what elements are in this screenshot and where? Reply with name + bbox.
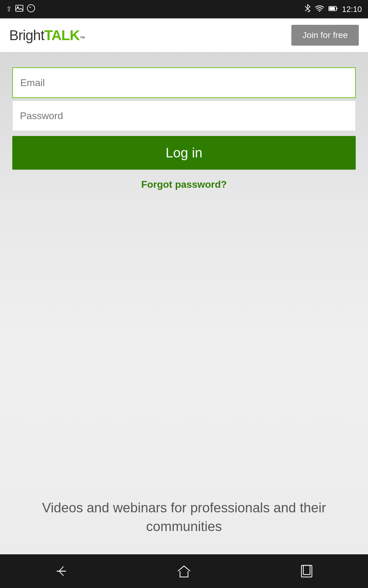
tagline-section: Videos and webinars for professionals an… <box>12 486 356 554</box>
logo-bright: Bright <box>9 27 44 43</box>
svg-point-4 <box>319 11 320 12</box>
login-button[interactable]: Log in <box>12 136 356 170</box>
status-bar-left: ⇧ " <box>6 4 35 14</box>
forgot-password-link[interactable]: Forgot password? <box>12 179 356 190</box>
status-bar: ⇧ " <box>0 0 368 18</box>
battery-icon <box>328 5 338 13</box>
email-input[interactable] <box>12 67 356 98</box>
nav-bar <box>0 554 368 588</box>
main-content: Log in Forgot password? Videos and webin… <box>0 52 368 554</box>
wifi-icon <box>315 5 324 13</box>
svg-rect-6 <box>336 8 337 9</box>
nav-back-button[interactable] <box>54 564 69 579</box>
logo-talk: TALK <box>44 27 79 43</box>
nav-recents-button[interactable] <box>299 564 314 579</box>
svg-text:": " <box>29 6 31 11</box>
svg-rect-7 <box>329 7 335 10</box>
logo-trademark: ™ <box>79 35 85 42</box>
password-input[interactable] <box>12 100 356 131</box>
upload-icon: ⇧ <box>6 5 12 13</box>
login-form: Log in Forgot password? <box>12 67 356 190</box>
bluetooth-icon <box>305 4 311 14</box>
status-bar-right: 12:10 <box>305 4 362 14</box>
tagline-text: Videos and webinars for professionals an… <box>37 498 331 536</box>
time-display: 12:10 <box>342 5 362 14</box>
nav-home-button[interactable] <box>176 564 192 579</box>
logo: Bright TALK ™ <box>9 27 85 43</box>
image-icon <box>15 5 23 13</box>
join-for-free-button[interactable]: Join for free <box>291 25 359 46</box>
app-bar: Bright TALK ™ Join for free <box>0 18 368 52</box>
svg-rect-9 <box>303 565 310 575</box>
quotemark-icon: " <box>27 4 35 14</box>
